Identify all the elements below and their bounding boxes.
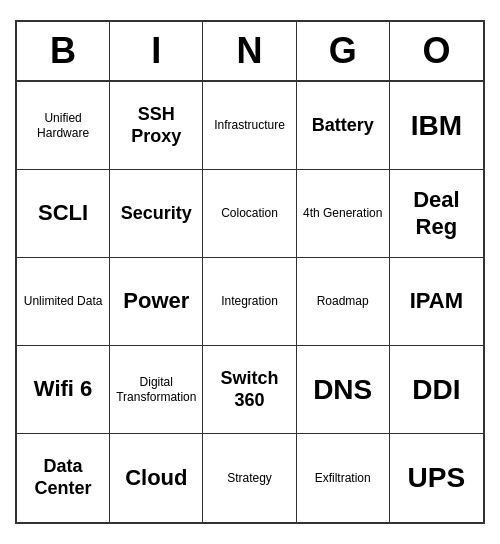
- bingo-cell-2[interactable]: Infrastructure: [203, 82, 296, 170]
- header-letter-g: G: [297, 22, 390, 80]
- bingo-cell-17[interactable]: Switch 360: [203, 346, 296, 434]
- bingo-cell-11[interactable]: Power: [110, 258, 203, 346]
- bingo-cell-8[interactable]: 4th Generation: [297, 170, 390, 258]
- bingo-cell-10[interactable]: Unlimited Data: [17, 258, 110, 346]
- bingo-cell-21[interactable]: Cloud: [110, 434, 203, 522]
- header-letter-i: I: [110, 22, 203, 80]
- bingo-cell-1[interactable]: SSH Proxy: [110, 82, 203, 170]
- bingo-cell-5[interactable]: SCLI: [17, 170, 110, 258]
- bingo-cell-22[interactable]: Strategy: [203, 434, 296, 522]
- bingo-cell-6[interactable]: Security: [110, 170, 203, 258]
- bingo-cell-14[interactable]: IPAM: [390, 258, 483, 346]
- bingo-cell-9[interactable]: Deal Reg: [390, 170, 483, 258]
- bingo-cell-16[interactable]: Digital Transformation: [110, 346, 203, 434]
- bingo-cell-12[interactable]: Integration: [203, 258, 296, 346]
- bingo-header: BINGO: [17, 22, 483, 82]
- bingo-cell-20[interactable]: Data Center: [17, 434, 110, 522]
- bingo-cell-18[interactable]: DNS: [297, 346, 390, 434]
- bingo-cell-19[interactable]: DDI: [390, 346, 483, 434]
- bingo-cell-7[interactable]: Colocation: [203, 170, 296, 258]
- bingo-cell-24[interactable]: UPS: [390, 434, 483, 522]
- bingo-cell-23[interactable]: Exfiltration: [297, 434, 390, 522]
- bingo-cell-15[interactable]: Wifi 6: [17, 346, 110, 434]
- bingo-cell-0[interactable]: Unified Hardware: [17, 82, 110, 170]
- bingo-cell-4[interactable]: IBM: [390, 82, 483, 170]
- header-letter-b: B: [17, 22, 110, 80]
- bingo-cell-13[interactable]: Roadmap: [297, 258, 390, 346]
- header-letter-n: N: [203, 22, 296, 80]
- bingo-grid: Unified HardwareSSH ProxyInfrastructureB…: [17, 82, 483, 522]
- bingo-card: BINGO Unified HardwareSSH ProxyInfrastru…: [15, 20, 485, 524]
- bingo-cell-3[interactable]: Battery: [297, 82, 390, 170]
- header-letter-o: O: [390, 22, 483, 80]
